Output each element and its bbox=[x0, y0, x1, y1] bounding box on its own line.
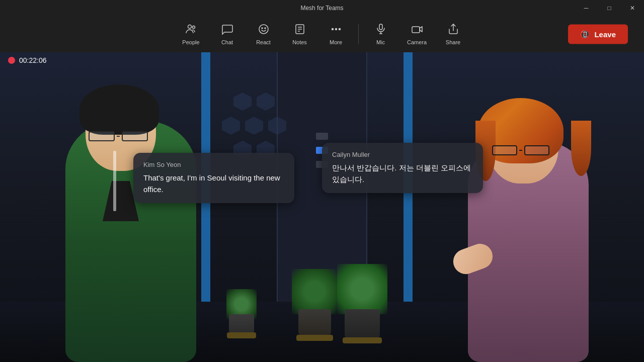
react-label: React bbox=[256, 39, 271, 45]
svg-point-3 bbox=[262, 28, 263, 29]
plant-leaves-1 bbox=[292, 269, 337, 314]
speaker-name-left: Kim So Yeon bbox=[143, 161, 284, 168]
speech-text-right: 만나서 반갑습니다. 저는 더블린 오피스에 있습니다. bbox=[332, 162, 473, 185]
camera-button[interactable]: Camera bbox=[399, 16, 435, 52]
title-bar-title: Mesh for Teams bbox=[300, 5, 343, 12]
close-button[interactable]: ✕ bbox=[621, 0, 644, 16]
speech-text-left: That's great, I'm in Seoul visiting the … bbox=[143, 172, 284, 195]
camera-label: Camera bbox=[407, 39, 427, 45]
share-button[interactable]: Share bbox=[435, 16, 471, 52]
title-bar: Mesh for Teams ─ □ ✕ bbox=[0, 0, 644, 16]
camera-icon bbox=[411, 23, 423, 37]
window-controls[interactable]: ─ □ ✕ bbox=[575, 0, 644, 16]
chat-button[interactable]: Chat bbox=[209, 16, 246, 52]
recording-dot bbox=[8, 57, 15, 64]
hex-3 bbox=[222, 117, 240, 135]
share-icon bbox=[447, 23, 459, 37]
mic-button[interactable]: Mic bbox=[363, 16, 399, 52]
toolbar-center: People Chat React bbox=[173, 16, 471, 52]
svg-point-11 bbox=[339, 29, 340, 30]
chat-label: Chat bbox=[221, 39, 233, 45]
svg-point-10 bbox=[335, 29, 337, 30]
hex-1 bbox=[233, 93, 252, 111]
plant-pot-3 bbox=[229, 314, 254, 334]
maximize-button[interactable]: □ bbox=[598, 0, 621, 16]
hex-decoration bbox=[216, 93, 292, 159]
toolbar-divider bbox=[358, 24, 359, 44]
plant-3 bbox=[226, 284, 257, 334]
avatar-left bbox=[40, 70, 221, 362]
svg-point-1 bbox=[192, 26, 195, 29]
more-label: More bbox=[330, 39, 342, 45]
more-button[interactable]: More bbox=[318, 16, 354, 52]
leave-button[interactable]: 📵 Leave bbox=[568, 25, 628, 44]
plant-leaves-2 bbox=[337, 264, 387, 314]
plant-1 bbox=[292, 264, 337, 337]
svg-point-9 bbox=[332, 29, 333, 30]
svg-rect-12 bbox=[379, 24, 382, 30]
minimize-button[interactable]: ─ bbox=[575, 0, 598, 16]
svg-point-0 bbox=[188, 25, 191, 29]
more-icon bbox=[330, 23, 342, 37]
mic-label: Mic bbox=[376, 39, 385, 45]
mic-icon bbox=[375, 23, 387, 37]
people-button[interactable]: People bbox=[173, 16, 209, 52]
hex-5 bbox=[268, 117, 286, 135]
plant-2 bbox=[337, 259, 387, 339]
notes-icon bbox=[294, 23, 306, 37]
people-icon bbox=[185, 23, 197, 37]
hex-2 bbox=[257, 93, 275, 111]
chat-icon bbox=[221, 23, 233, 37]
svg-point-2 bbox=[259, 25, 268, 34]
share-label: Share bbox=[446, 39, 460, 45]
scene: Kim So Yeon That's great, I'm in Seoul v… bbox=[0, 52, 644, 362]
speaker-name-right: Cailyn Muller bbox=[332, 151, 473, 158]
people-label: People bbox=[182, 39, 199, 45]
recording-indicator: 00:22:06 bbox=[8, 56, 47, 64]
react-button[interactable]: React bbox=[246, 16, 282, 52]
plant-pot-1 bbox=[298, 309, 331, 337]
speech-bubble-right: Cailyn Muller 만나서 반갑습니다. 저는 더블린 오피스에 있습니… bbox=[322, 143, 483, 193]
panel-btn-1 bbox=[316, 133, 328, 140]
leave-label: Leave bbox=[594, 30, 616, 39]
notes-button[interactable]: Notes bbox=[282, 16, 318, 52]
plant-pot-2 bbox=[345, 309, 380, 339]
hex-4 bbox=[245, 117, 263, 135]
react-icon bbox=[258, 23, 270, 37]
svg-rect-15 bbox=[412, 27, 420, 33]
leave-phone-icon: 📵 bbox=[580, 30, 590, 39]
avatar-right bbox=[448, 80, 619, 362]
toolbar: 00:22:06 People Chat bbox=[0, 16, 644, 52]
svg-point-4 bbox=[265, 28, 266, 29]
speech-bubble-left: Kim So Yeon That's great, I'm in Seoul v… bbox=[133, 153, 294, 203]
recording-timer: 00:22:06 bbox=[19, 56, 47, 64]
notes-label: Notes bbox=[292, 39, 307, 45]
